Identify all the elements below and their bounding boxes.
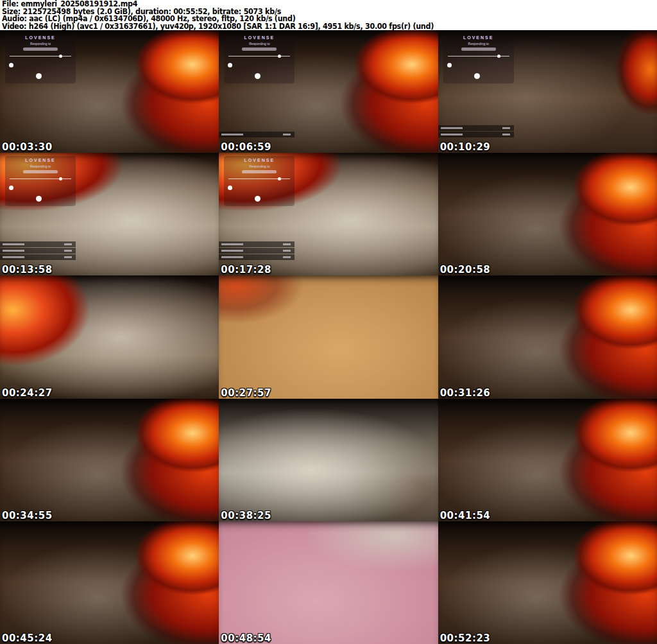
overlay-progress-bar [10, 56, 71, 57]
timestamp-label: 00:03:30 [2, 142, 53, 152]
queue-row [0, 248, 76, 254]
overlay-dot-icon [255, 73, 260, 79]
overlay-dot-icon [228, 186, 232, 190]
overlay-dot-icon [255, 196, 260, 202]
timestamp-label: 00:31:26 [440, 388, 491, 398]
queue-row [219, 248, 294, 254]
queue-row [0, 241, 76, 247]
lovense-overlay: LOVENSE Responding to [443, 33, 514, 83]
overlay-dot-icon [9, 63, 13, 67]
video-thumbnail: 00:31:26 [438, 275, 657, 398]
video-thumbnail: 00:48:54 [219, 521, 438, 644]
lovense-overlay: LOVENSE Responding to [224, 33, 294, 83]
overlay-name-bar [242, 48, 277, 51]
overlay-progress-bar [10, 178, 71, 179]
timestamp-label: 00:45:24 [2, 633, 53, 643]
timestamp-label: 00:13:58 [2, 265, 53, 275]
contact-sheet: { "header": { "file": "File: emmyleri_20… [0, 0, 657, 644]
lovense-logo: LOVENSE [5, 158, 76, 162]
timestamp-label: 00:52:23 [440, 633, 491, 643]
metadata-header: File: emmyleri_202508191912.mp4 Size: 21… [0, 0, 657, 30]
tip-queue-overlay [219, 131, 294, 137]
overlay-name-bar [23, 48, 58, 51]
video-thumbnail: 00:52:23 [438, 521, 657, 644]
queue-row [219, 241, 294, 247]
video-thumbnail: LOVENSE Responding to 00:10:29 [438, 30, 657, 153]
video-thumbnail: LOVENSE Responding to 00:13:58 [0, 153, 219, 275]
overlay-name-bar [461, 48, 496, 51]
video-thumbnail: 00:20:58 [438, 153, 657, 275]
queue-row [219, 254, 294, 260]
queue-row [438, 132, 514, 137]
timestamp-label: 00:41:54 [440, 510, 491, 521]
timestamp-label: 00:38:25 [221, 510, 271, 521]
video-line: Video: h264 (High) (avc1 / 0x31637661), … [2, 23, 637, 31]
timestamp-label: 00:20:58 [440, 265, 491, 275]
video-thumbnail: 00:45:24 [0, 521, 219, 644]
lovense-overlay: LOVENSE Responding to [224, 156, 294, 206]
tip-queue-overlay [219, 241, 294, 260]
overlay-name-bar [242, 170, 277, 173]
timestamp-label: 00:10:29 [440, 142, 491, 152]
overlay-dot-icon [36, 73, 42, 79]
lovense-logo: LOVENSE [224, 158, 294, 162]
overlay-status: Responding to [224, 42, 294, 46]
thumbnail-grid: LOVENSE Responding to 00:03:30 LOVENSE R… [0, 30, 657, 644]
video-thumbnail: 00:38:25 [219, 399, 438, 521]
overlay-progress-bar [228, 178, 290, 179]
overlay-progress-bar [228, 56, 290, 57]
overlay-dot-icon [447, 63, 452, 67]
queue-row [219, 132, 294, 137]
lovense-logo: LOVENSE [443, 35, 514, 40]
overlay-name-bar [23, 170, 58, 173]
timestamp-label: 00:24:27 [2, 388, 53, 398]
tip-queue-overlay [0, 241, 76, 260]
overlay-dot-icon [228, 63, 232, 67]
video-thumbnail: LOVENSE Responding to 00:17:28 [219, 153, 438, 275]
video-thumbnail: 00:41:54 [438, 399, 657, 521]
video-thumbnail: 00:34:55 [0, 399, 219, 521]
timestamp-label: 00:48:54 [221, 633, 271, 643]
video-thumbnail: 00:27:57 [219, 275, 438, 398]
lovense-logo: LOVENSE [224, 35, 294, 40]
overlay-dot-icon [474, 73, 480, 79]
timestamp-label: 00:27:57 [221, 388, 271, 398]
video-thumbnail: LOVENSE Responding to 00:03:30 [0, 30, 219, 153]
tip-queue-overlay [438, 125, 514, 137]
lovense-overlay: LOVENSE Responding to [5, 33, 76, 83]
overlay-status: Responding to [443, 42, 514, 46]
overlay-status: Responding to [5, 42, 76, 46]
overlay-status: Responding to [224, 164, 294, 168]
overlay-dot-icon [9, 186, 13, 190]
queue-row [438, 125, 514, 131]
overlay-dot-icon [36, 196, 42, 202]
lovense-overlay: LOVENSE Responding to [5, 156, 76, 206]
queue-row [0, 254, 76, 260]
lovense-logo: LOVENSE [5, 35, 76, 40]
video-thumbnail: LOVENSE Responding to 00:06:59 [219, 30, 438, 153]
timestamp-label: 00:17:28 [221, 265, 271, 275]
timestamp-label: 00:34:55 [2, 510, 53, 521]
overlay-progress-bar [448, 56, 509, 57]
timestamp-label: 00:06:59 [221, 142, 271, 152]
video-thumbnail: 00:24:27 [0, 275, 219, 398]
overlay-status: Responding to [5, 164, 76, 168]
